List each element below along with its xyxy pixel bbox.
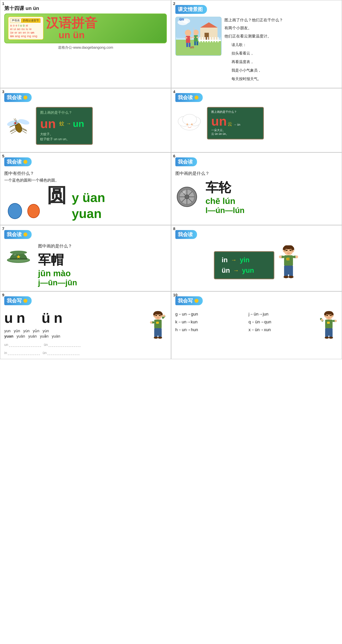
- tab-sound[interactable]: 声母表: [10, 18, 21, 23]
- yun4: yùn: [43, 329, 49, 333]
- svg-rect-8: [202, 37, 203, 42]
- boy-figure-10: [320, 310, 338, 346]
- cell-num-2: 2: [173, 2, 175, 6]
- boy-figure-9: [149, 310, 167, 346]
- bb4-question: 图上画的是干什么？: [211, 110, 260, 114]
- xun-text: x－ün→xun: [248, 327, 271, 332]
- yun0: yun: [4, 329, 10, 333]
- svg-point-91: [288, 276, 294, 278]
- svg-point-131: [329, 336, 333, 338]
- chart-row-4: ün angengingong: [10, 34, 42, 38]
- bb8-r2-left: ün: [222, 267, 230, 274]
- section-header-10: 我会写: [175, 296, 203, 305]
- svg-point-44: [15, 122, 16, 123]
- cell6-inner: 图中画的是什么？: [175, 170, 338, 215]
- yun2: yún: [23, 329, 30, 333]
- boy-svg-10: [320, 310, 338, 345]
- svg-point-100: [161, 315, 162, 317]
- cell5-inner: 图中有些什么？ 一个蓝色的圆和一个橘色的圆。 圆 y üan yuan: [4, 170, 167, 221]
- svg-rect-25: [194, 42, 196, 45]
- svg-rect-19: [186, 43, 188, 47]
- yüan-pinyin: y üan: [72, 190, 105, 205]
- yuan-char: 圆: [47, 186, 66, 205]
- bb8-r1-right: yin: [240, 256, 250, 264]
- svg-rect-7: [199, 37, 200, 42]
- bb8-row1: in → yin: [222, 256, 266, 264]
- wheel-image: [175, 185, 198, 208]
- cell-num-9: 9: [2, 293, 4, 298]
- cell10-grid: g－un→gun k－un→kun h－un→hun j－ün→jun: [175, 311, 316, 332]
- cell6-question: 图中画的是什么？: [175, 170, 338, 176]
- bb8-row2: ün → yun: [222, 267, 266, 274]
- write-blank-ün1[interactable]: [48, 340, 80, 347]
- cell-num-8: 8: [173, 226, 175, 231]
- svg-rect-121: [325, 320, 332, 328]
- svg-rect-16: [186, 36, 190, 43]
- chelun-spell: l—ún—lún: [206, 206, 245, 215]
- blackboard-4: 图上画的是干什么？ un 云 → ün 一朵大云。 云 ün ün ün。: [207, 107, 264, 140]
- row-yuan: yuan yuān yuán yuǎn yuàn: [4, 334, 146, 338]
- writing-area-2: in ün: [4, 348, 146, 355]
- svg-line-38: [11, 130, 17, 134]
- cell5-answer: 一个蓝色的圆和一个橘色的圆。: [4, 178, 167, 183]
- cell2-text2: 有两个小朋友。: [224, 25, 338, 31]
- svg-point-50: [182, 114, 197, 125]
- item-hun: h－un→hun: [175, 327, 243, 332]
- hat-image: [4, 243, 33, 268]
- poem-line2: 再看温度表，: [232, 58, 338, 66]
- item-xun: x－ün→xun: [248, 327, 316, 332]
- write-blank-un1[interactable]: [9, 340, 41, 347]
- scene-svg: ün un: [176, 17, 221, 56]
- svg-point-111: [158, 336, 162, 338]
- yuan4: yuàn: [52, 334, 60, 338]
- poem-line3: 我是小小气象员，: [232, 67, 338, 74]
- svg-point-98: [158, 316, 158, 317]
- right-col: j－ün→jun q－ün→qun x－ün→xun: [248, 311, 316, 332]
- writing-area: un ün: [4, 340, 146, 347]
- svg-point-119: [324, 315, 326, 317]
- pinyin-subtitle: un ün: [46, 29, 97, 40]
- tab-row: 声母表 韵母认读音节: [10, 18, 42, 23]
- section-header-7: 我会读: [4, 230, 32, 239]
- svg-point-52: [191, 124, 193, 125]
- svg-rect-18: [190, 37, 192, 38]
- svg-point-96: [156, 315, 157, 316]
- svg-rect-14: [218, 37, 218, 42]
- svg-rect-129: [330, 331, 332, 337]
- hat-svg: [5, 244, 32, 267]
- write-line-in: in: [4, 348, 40, 355]
- svg-rect-29: [193, 28, 194, 36]
- boy-svg-9: [149, 310, 167, 345]
- svg-rect-2: [176, 40, 221, 56]
- cloud-image: [175, 111, 204, 136]
- write-line-ün: ün: [44, 340, 81, 347]
- poem-intro: 读儿歌：: [232, 41, 338, 48]
- cell-10: 10 我会写 g－un→gun k－un→kun h－un→hun: [171, 291, 342, 359]
- svg-rect-11: [210, 37, 211, 42]
- bb8-r2-right: yun: [242, 267, 254, 274]
- flag-icon-10: [194, 299, 198, 303]
- item-gun: g－un→gun: [175, 311, 243, 317]
- svg-point-117: [330, 315, 331, 316]
- bb3-un-green: un: [73, 118, 84, 129]
- chart-row-1: aoe iuü ai: [10, 24, 42, 27]
- write-blank-ün2[interactable]: [48, 348, 80, 355]
- wheel-svg: [176, 186, 198, 208]
- cell-num-10: 10: [173, 293, 178, 298]
- boy-svg-8: ABC: [278, 245, 299, 284]
- mosquito-image: [4, 112, 33, 140]
- junmao-pinyin: jūn mào: [38, 268, 167, 278]
- chart-row-3: üeeran eninun: [10, 31, 42, 34]
- svg-rect-122: [327, 322, 330, 324]
- svg-point-51: [186, 124, 188, 125]
- section-header-5: 我会读: [4, 158, 32, 166]
- boy-figure-8: ABC: [278, 245, 299, 285]
- write-blank-in[interactable]: [8, 348, 40, 355]
- cloud-svg: [176, 112, 203, 135]
- bb4-sub1: 一朵大云。: [211, 128, 260, 132]
- cell2-text: 图上画了什么？他们正在干什么？ 有两个小朋友。 他们正在看云测量温度计。 读儿歌…: [224, 17, 338, 84]
- tab-rhyme[interactable]: 韵母认读音节: [21, 18, 40, 23]
- circle-blue: [8, 203, 22, 219]
- cell-9: 9 我会写 un ün yun yūn yún yǔn yùn: [0, 291, 171, 359]
- svg-rect-108: [154, 331, 158, 337]
